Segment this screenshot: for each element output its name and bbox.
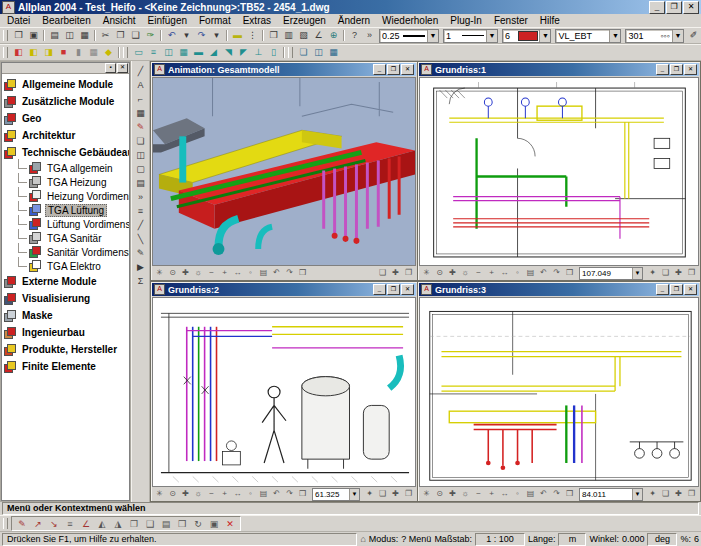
restore-icon[interactable]: ❐ <box>670 284 683 295</box>
pin-icon[interactable]: ✦ <box>363 488 376 500</box>
rotate-icon[interactable]: ↻ <box>190 518 206 530</box>
pen-color-combo[interactable]: 6 ▼ <box>502 29 551 43</box>
minimize-icon[interactable]: _ <box>656 64 669 75</box>
save-icon[interactable]: ▣ <box>26 29 41 42</box>
sidebar-item-ingenieurbau[interactable]: Ingenieurbau <box>4 324 129 341</box>
previous-view-icon[interactable]: ◦ <box>244 267 257 279</box>
open-icon[interactable]: ❒ <box>11 29 26 42</box>
correction-pen-icon[interactable]: ✎ <box>14 518 30 530</box>
unit-value[interactable]: deg <box>647 533 677 546</box>
pan-icon[interactable]: ✚ <box>446 488 459 500</box>
duct-tool-icon[interactable]: ◧ <box>11 46 26 59</box>
parallel-icon[interactable]: ≡ <box>62 518 78 530</box>
minimize-icon[interactable]: _ <box>656 284 669 295</box>
zoom-all-icon[interactable]: ✳ <box>420 488 433 500</box>
sidebar-item-tga-allgemein[interactable]: TGA allgemein <box>18 161 129 175</box>
window-cascade-icon[interactable]: ❏ <box>659 267 672 279</box>
pan-horizontal-icon[interactable]: ↔ <box>231 488 244 500</box>
toolbar-grip[interactable] <box>3 518 8 529</box>
menu-aendern[interactable]: Ändern <box>332 14 376 27</box>
pan-horizontal-icon[interactable]: ↔ <box>498 488 511 500</box>
pan-horizontal-icon[interactable]: ↔ <box>498 267 511 279</box>
regen-icon[interactable]: ☼ <box>192 488 205 500</box>
close-icon[interactable]: ✕ <box>401 284 414 295</box>
view-undo-icon[interactable]: ↶ <box>537 488 550 500</box>
elbow-icon[interactable]: ◤ <box>236 46 251 59</box>
menu-extras[interactable]: Extras <box>237 14 277 27</box>
menu-datei[interactable]: Datei <box>1 14 36 27</box>
riser-icon[interactable]: ▮ <box>71 46 86 59</box>
grundriss-3-canvas[interactable] <box>419 297 699 487</box>
window-cascade-icon[interactable]: ❏ <box>659 488 672 500</box>
previous-view-icon[interactable]: ◦ <box>244 488 257 500</box>
print-view-icon[interactable]: ▤ <box>524 488 537 500</box>
sidebar-item-lueftung-vordimensionierung[interactable]: Lüftung Vordimensionierung <box>18 217 129 231</box>
window-copy-icon[interactable]: ❐ <box>402 267 415 279</box>
pan-icon[interactable]: ✚ <box>446 267 459 279</box>
minimize-icon[interactable]: _ <box>373 284 386 295</box>
sidebar-item-externe-module[interactable]: Externe Module <box>4 273 129 290</box>
scale-icon[interactable]: ▣ <box>206 518 222 530</box>
pen-icon[interactable]: ✎ <box>133 247 148 261</box>
pin-icon[interactable]: ✦ <box>646 267 659 279</box>
menu-einfuegen[interactable]: Einfügen <box>142 14 193 27</box>
duct-grid-icon[interactable]: ▦ <box>176 46 191 59</box>
flex-duct-icon[interactable]: ◆ <box>101 46 116 59</box>
zoom-in-icon[interactable]: + <box>485 267 498 279</box>
restore-icon[interactable]: ❐ <box>670 64 683 75</box>
duct-part-icon[interactable]: ■ <box>56 46 71 59</box>
zoom-all-icon[interactable]: ✳ <box>153 488 166 500</box>
duct-solid-icon[interactable]: ▬ <box>191 46 206 59</box>
scale-combo[interactable]: 61.325 ▼ <box>312 488 360 501</box>
close-icon[interactable]: ✕ <box>683 1 699 14</box>
text-icon[interactable]: A <box>133 79 148 93</box>
duct-double-icon[interactable]: ◫ <box>161 46 176 59</box>
regen-icon[interactable]: ☼ <box>459 488 472 500</box>
sidebar-item-zusaetzliche-module[interactable]: Zusätzliche Module <box>4 93 129 110</box>
stamp-icon[interactable]: ▤ <box>158 518 174 530</box>
zoom-in-icon[interactable]: + <box>218 267 231 279</box>
zoom-out-icon[interactable]: − <box>472 488 485 500</box>
lines-icon[interactable]: ≡ <box>133 205 148 219</box>
sidebar-item-tga-sanitaer[interactable]: TGA Sanitär <box>18 231 129 245</box>
close-icon[interactable]: ✕ <box>401 64 414 75</box>
viewport-title-bar[interactable]: A Animation: Gesamtmodell _ ❐ ✕ <box>152 63 416 76</box>
duplicate-icon[interactable]: ❒ <box>174 518 190 530</box>
sidebar-item-heizung-vordimensionierung[interactable]: Heizung Vordimensionierung <box>18 189 129 203</box>
print-icon[interactable]: ▤ <box>47 29 62 42</box>
print-view-icon[interactable]: ▤ <box>257 267 270 279</box>
sidebar-item-tga-elektro[interactable]: TGA Elektro <box>18 259 129 273</box>
save-view-icon[interactable]: ❒ <box>563 267 576 279</box>
sidebar-item-finite-elemente[interactable]: Finite Elemente <box>4 358 129 375</box>
regen-icon[interactable]: ☼ <box>192 267 205 279</box>
pan-icon[interactable]: ✚ <box>179 488 192 500</box>
project-open-icon[interactable]: ❒ <box>266 29 281 42</box>
menu-hilfe[interactable]: Hilfe <box>534 14 566 27</box>
duct-run-icon[interactable]: ▭ <box>131 46 146 59</box>
print-view-icon[interactable]: ▤ <box>524 267 537 279</box>
toolbar-grip[interactable] <box>288 47 293 58</box>
view-redo-icon[interactable]: ↷ <box>550 488 563 500</box>
grundriss-1-canvas[interactable] <box>419 77 699 266</box>
line-icon[interactable]: ▬ <box>230 29 245 42</box>
undo-dropdown-icon[interactable]: ▾ <box>179 29 194 42</box>
pan-horizontal-icon[interactable]: ↔ <box>231 267 244 279</box>
copy-elements-icon[interactable]: ❐ <box>126 518 142 530</box>
menu-bearbeiten[interactable]: Bearbeiten <box>36 14 96 27</box>
monitor-icon[interactable]: ◫ <box>133 149 148 163</box>
window-copy-icon[interactable]: ❐ <box>685 488 698 500</box>
red-pen-icon[interactable]: ✎ <box>133 121 148 135</box>
zoom-section-icon[interactable]: ⊙ <box>166 267 179 279</box>
restore-icon[interactable]: ❐ <box>387 284 400 295</box>
chevron-down-icon[interactable]: ▼ <box>486 30 497 42</box>
window-split-icon[interactable]: ✚ <box>672 488 685 500</box>
animation-canvas[interactable] <box>152 77 416 266</box>
restore-icon[interactable]: ❐ <box>666 1 682 14</box>
end-cap-icon[interactable]: ▯ <box>266 46 281 59</box>
segment-combo[interactable]: 301 ◦◦◦ ▼ <box>625 29 684 43</box>
zoom-out-icon[interactable]: − <box>205 267 218 279</box>
window-cascade-icon[interactable]: ❏ <box>376 267 389 279</box>
menu-format[interactable]: Format <box>193 14 237 27</box>
chevron-down-icon[interactable]: ▼ <box>539 30 550 42</box>
copy-icon[interactable]: ❐ <box>113 29 128 42</box>
